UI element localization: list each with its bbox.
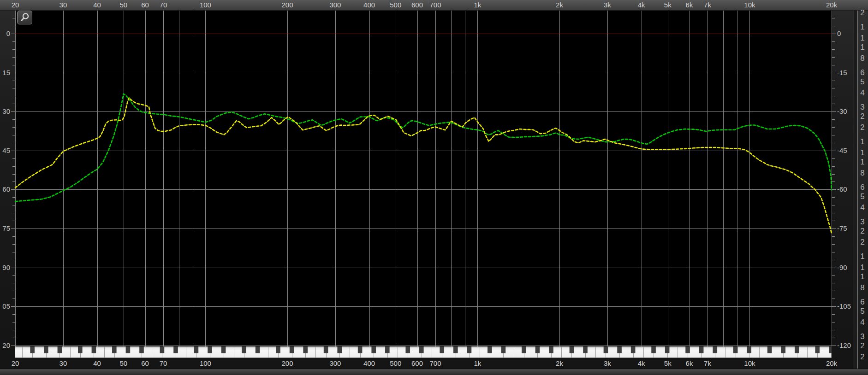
freq-tick-label-bottom: 20: [12, 359, 19, 368]
db-tick-label-left: 90: [0, 264, 10, 272]
db-tick-label-right: -45: [837, 146, 847, 155]
collapsed-axis-digit: 2: [858, 352, 867, 362]
freq-tick-label-bottom: 7k: [704, 359, 711, 368]
collapsed-axis-digit: 2: [858, 341, 867, 351]
freq-tick-label-bottom: 400: [363, 359, 375, 368]
db-tick-label-right: -90: [837, 264, 847, 272]
collapsed-axis-digit: 1: [858, 252, 867, 261]
db-tick-label-left: 30: [0, 107, 10, 116]
collapsed-axis-digit: 5: [858, 192, 867, 201]
bottom-window-edge: [0, 369, 868, 375]
freq-tick-label-top: 500: [390, 1, 401, 9]
freq-tick-label-bottom: 6k: [686, 359, 693, 368]
collapsed-axis-digit: 2: [858, 238, 867, 247]
freq-tick-label-bottom: 300: [329, 359, 341, 368]
magnifier-icon: [20, 12, 30, 23]
collapsed-axis-digit: 6: [858, 183, 867, 192]
collapsed-axis-digit: 1: [858, 148, 867, 158]
db-tick-label-right: -75: [837, 224, 847, 233]
db-tick-label-right: -60: [837, 185, 847, 193]
freq-tick-label-top: 100: [200, 1, 211, 9]
db-tick-label-right: -30: [837, 107, 847, 116]
collapsed-axis-digit: 1: [858, 137, 867, 146]
collapsed-axis-digit: 8: [858, 283, 867, 293]
freq-tick-label-bottom: 100: [200, 359, 211, 368]
db-tick-label-left: 0: [0, 29, 10, 38]
freq-tick-label-bottom: 1k: [474, 359, 481, 368]
panel-splitter-handle[interactable]: [854, 0, 858, 369]
freq-tick-label-bottom: 50: [119, 359, 127, 368]
freq-tick-label-top: 10k: [744, 1, 755, 9]
db-tick-label-left: 15: [0, 69, 10, 77]
collapsed-axis-digit: 8: [858, 169, 867, 178]
freq-tick-label-bottom: 600: [411, 359, 423, 368]
collapsed-axis-digit: 1: [858, 272, 867, 281]
freq-tick-label-bottom: 20k: [826, 359, 837, 368]
db-tick-label-left: 45: [0, 146, 10, 155]
collapsed-axis-digit: 4: [858, 318, 867, 327]
collapsed-axis-digit: 3: [858, 103, 867, 112]
collapsed-axis-digit: 4: [858, 203, 867, 212]
freq-tick-label-top: 4k: [638, 1, 645, 9]
freq-tick-label-bottom: 70: [160, 359, 167, 368]
collapsed-axis-digit: 2: [858, 227, 867, 236]
db-tick-label-left: 60: [0, 185, 10, 193]
db-tick-label-left: 20: [0, 341, 10, 350]
freq-tick-label-bottom: 4k: [638, 359, 645, 368]
db-tick-label-left: 05: [0, 302, 10, 311]
freq-tick-label-top: 700: [429, 1, 441, 9]
freq-tick-label-top: 60: [141, 1, 149, 9]
freq-tick-label-bottom: 700: [429, 359, 441, 368]
freq-tick-label-bottom: 5k: [664, 359, 672, 368]
freq-tick-label-top: 5k: [664, 1, 672, 9]
freq-tick-label-top: 20k: [826, 1, 837, 9]
collapsed-axis-digit: 6: [858, 68, 867, 77]
collapsed-axis-digit: 1: [858, 34, 867, 43]
freq-tick-label-top: 40: [93, 1, 101, 9]
freq-tick-label-top: 600: [411, 1, 423, 9]
freq-tick-label-top: 30: [59, 1, 67, 9]
collapsed-axis-digit: 3: [858, 332, 867, 341]
db-tick-label-right: -120: [837, 341, 851, 350]
db-tick-label-right: -105: [837, 302, 851, 311]
db-tick-label-right: -15: [837, 69, 847, 77]
collapsed-axis-digit: 8: [858, 54, 867, 63]
collapsed-axis-digit: 3: [858, 217, 867, 227]
collapsed-axis-digit: 6: [858, 298, 867, 307]
collapsed-axis-digit: 1: [858, 23, 867, 32]
freq-tick-label-top: 6k: [686, 1, 693, 9]
freq-tick-label-top: 3k: [604, 1, 611, 9]
freq-tick-label-top: 300: [329, 1, 341, 9]
db-tick-label-left: 75: [0, 224, 10, 233]
freq-tick-label-bottom: 200: [281, 359, 293, 368]
freq-tick-label-top: 1k: [474, 1, 481, 9]
plot-area[interactable]: [0, 0, 868, 375]
collapsed-axis-digit: 2: [858, 8, 867, 18]
freq-tick-label-top: 2k: [556, 1, 563, 9]
freq-tick-label-bottom: 30: [59, 359, 67, 368]
collapsed-axis-digit: 1: [858, 43, 867, 52]
freq-tick-label-bottom: 10k: [744, 359, 755, 368]
freq-tick-label-top: 400: [363, 1, 375, 9]
spectrum-analyzer-window: 2020303040405050606070701001002002003003…: [0, 0, 868, 375]
freq-tick-label-bottom: 60: [141, 359, 149, 368]
freq-tick-label-bottom: 3k: [604, 359, 611, 368]
freq-tick-label-bottom: 2k: [556, 359, 563, 368]
db-tick-label-right: 0: [837, 29, 841, 38]
freq-tick-label-bottom: 500: [390, 359, 401, 368]
collapsed-axis-digit: 4: [858, 88, 867, 98]
freq-tick-label-top: 7k: [704, 1, 711, 9]
freq-tick-label-top: 20: [12, 1, 19, 9]
collapsed-axis-digit: 5: [858, 77, 867, 87]
freq-tick-label-top: 50: [119, 1, 127, 9]
collapsed-axis-digit: 2: [858, 112, 867, 121]
collapsed-axis-digit: 5: [858, 307, 867, 316]
collapsed-axis-digit: 1: [858, 263, 867, 272]
freq-tick-label-top: 200: [281, 1, 293, 9]
zoom-tool-button[interactable]: [17, 11, 32, 24]
freq-tick-label-top: 70: [160, 1, 167, 9]
collapsed-axis-digit: 1: [858, 158, 867, 167]
freq-tick-label-bottom: 40: [93, 359, 101, 368]
collapsed-axis-digit: 2: [858, 123, 867, 132]
